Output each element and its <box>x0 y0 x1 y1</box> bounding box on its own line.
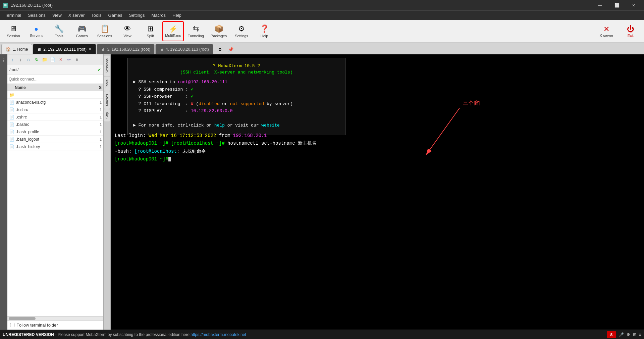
session2-tab-icon: 🖥 <box>37 47 41 52</box>
exit-button[interactable]: ⏻ Exit <box>620 21 641 41</box>
packages-button[interactable]: 📦 Packages <box>208 21 229 41</box>
list-item[interactable]: 📄 .bashrc 1 <box>7 121 103 128</box>
menu-terminal[interactable]: Terminal <box>1 11 24 19</box>
menu-help[interactable]: Help <box>169 11 185 19</box>
menu-settings[interactable]: Settings <box>126 11 148 19</box>
xserver-button[interactable]: ✕ X server <box>596 21 617 41</box>
close-button[interactable]: ✕ <box>626 0 641 11</box>
list-item[interactable]: 📄 .bash_profile 1 <box>7 128 103 136</box>
annotation-text: 三个窗口同步输入命令操作 <box>463 100 480 106</box>
fp-refresh-button[interactable]: ↻ <box>33 56 40 63</box>
file-icon: 📄 <box>9 122 15 128</box>
tab-session4[interactable]: 🖥 4. 192.168.20.113 (root) <box>155 44 213 54</box>
window-controls: — ⬜ ✕ <box>592 0 641 11</box>
sessions-button[interactable]: 📋 Sessions <box>94 21 115 41</box>
tab-bar: 🏠 1. Home 🖥 2. 192.168.20.111 (root) ✕ 🖥… <box>0 43 644 54</box>
file-col-size: S <box>93 85 103 90</box>
multiexec-button[interactable]: ⚡ MultiExec <box>162 21 184 41</box>
session4-tab-icon: 🖥 <box>160 47 164 52</box>
file-icon: 📄 <box>9 129 15 135</box>
view-button[interactable]: 👁 View <box>117 21 138 41</box>
tab2-close[interactable]: ✕ <box>89 47 92 51</box>
session-icon: 🖥 <box>10 25 17 33</box>
tools-icon: 🔧 <box>55 25 64 33</box>
status-icon-extra: ≡ <box>639 332 641 337</box>
tab-home-label: 1. Home <box>13 47 28 52</box>
tab-pin-btn[interactable]: 📌 <box>226 45 235 54</box>
quick-connect-area <box>7 75 103 84</box>
menu-tools[interactable]: Tools <box>88 11 105 19</box>
minimize-button[interactable]: — <box>592 0 608 11</box>
path-check-icon: ✔ <box>98 67 101 72</box>
maximize-button[interactable]: ⬜ <box>609 0 625 11</box>
fp-home-button[interactable]: ⌂ <box>25 56 32 63</box>
xserver-icon: ✕ <box>603 25 609 34</box>
popup-line2: ? SSH compression : ✔ <box>133 86 340 93</box>
menu-xserver[interactable]: X server <box>65 11 88 19</box>
tab-home[interactable]: 🏠 1. Home <box>1 44 32 54</box>
settings-button[interactable]: ⚙ Settings <box>231 21 252 41</box>
sftp-tab-label[interactable]: Sftp <box>104 109 110 122</box>
follow-terminal-area: Follow terminal folder <box>7 320 103 330</box>
list-item[interactable]: 📄 .bash_history 1 <box>7 143 103 150</box>
folder-icon: 📁 <box>9 92 15 98</box>
login-line: Last login: Wed Mar 16 17:12:53 2022 fro… <box>115 132 640 139</box>
tab-session4-label: 4. 192.168.20.113 (root) <box>166 47 209 52</box>
file-panel-toolbar: ↑ ↓ ⌂ ↻ 📁 📄 ✕ ✏ ℹ <box>7 54 103 65</box>
follow-terminal-checkbox[interactable] <box>10 323 14 327</box>
fp-delete-button[interactable]: ✕ <box>57 56 64 63</box>
fp-info-button[interactable]: ℹ <box>73 56 80 63</box>
split-button[interactable]: ⊞ Split <box>140 21 161 41</box>
tab-settings-btn[interactable]: ⚙ <box>215 45 225 54</box>
help-button[interactable]: ❓ Help <box>254 21 275 41</box>
popup-line5: ? DISPLAY : 10.129.82.63:0.0 <box>133 108 340 114</box>
session-button[interactable]: 🖥 Session <box>3 21 24 41</box>
tools-button[interactable]: 🔧 Tools <box>48 21 70 41</box>
quick-connect-input[interactable] <box>9 77 102 82</box>
fp-folder-button[interactable]: 📁 <box>41 56 48 63</box>
tunneling-button[interactable]: ⇆ Tunneling <box>185 21 207 41</box>
app-icon: 🖥 <box>3 3 8 8</box>
main-area: «» ↑ ↓ ⌂ ↻ 📁 📄 ✕ ✏ ℹ /root/ ✔ Name S <box>0 54 644 330</box>
fp-new-button[interactable]: 📄 <box>49 56 56 63</box>
session3-tab-icon: 🖥 <box>101 47 105 52</box>
games-button[interactable]: 🎮 Games <box>71 21 93 41</box>
scroll-thumb[interactable] <box>9 317 36 320</box>
menu-macros[interactable]: Macros <box>148 11 169 19</box>
menu-sessions[interactable]: Sessions <box>24 11 49 19</box>
left-sidebar-icons: «» <box>0 54 7 330</box>
cmd-line1: [root@hadoop001 ~]# [root@localhost ~]# … <box>115 140 640 147</box>
left-nav-icon[interactable]: «» <box>0 56 7 64</box>
list-item[interactable]: 📁 .. <box>7 91 103 99</box>
cmd-line3: [root@hadoop001 ~]# <box>115 155 640 163</box>
home-tab-icon: 🏠 <box>6 47 11 52</box>
list-item[interactable]: 📄 anaconda-ks.cfg 1 <box>7 99 103 106</box>
tab-session2[interactable]: 🖥 2. 192.168.20.111 (root) ✕ <box>33 44 96 54</box>
tools-tab-label[interactable]: Tools <box>104 77 110 91</box>
tab-session3[interactable]: 🖥 3. 192.168.20.112 (root) <box>97 44 155 54</box>
settings-icon: ⚙ <box>238 25 245 33</box>
status-bar-link[interactable]: https://mobaxterm.mobatek.net <box>191 332 246 337</box>
servers-button[interactable]: ● Servers <box>25 21 47 41</box>
terminal-content: Last login: Wed Mar 16 17:12:53 2022 fro… <box>115 132 640 163</box>
window-title: 192.168.20.111 (root) <box>11 3 592 8</box>
fp-edit-button[interactable]: ✏ <box>65 56 72 63</box>
games-icon: 🎮 <box>77 25 87 33</box>
menu-games[interactable]: Games <box>105 11 126 19</box>
menu-view[interactable]: View <box>49 11 65 19</box>
list-item[interactable]: 📄 .bash_logout 1 <box>7 136 103 143</box>
fp-up-button[interactable]: ↑ <box>9 56 16 63</box>
follow-terminal-label: Follow terminal folder <box>16 323 58 328</box>
file-panel-scrollbar[interactable] <box>7 316 103 320</box>
terminal-area[interactable]: ? MobaXterm 10.5 ? (SSH client, X-server… <box>111 54 644 330</box>
popup-line7: ► For more info, ctrl+click on help or v… <box>133 122 340 129</box>
toolbar: 🖥 Session ● Servers 🔧 Tools 🎮 Games 📋 Se… <box>0 20 644 43</box>
list-item[interactable]: 📄 .tcshrc 1 <box>7 106 103 113</box>
list-item[interactable]: 📄 .cshrc 1 <box>7 113 103 121</box>
macros-tab-label[interactable]: Macros <box>104 91 110 109</box>
file-col-name: Name <box>7 85 93 90</box>
fp-down-button[interactable]: ↓ <box>17 56 24 63</box>
status-icon-settings: ⚙ <box>627 332 630 337</box>
file-icon: 📄 <box>9 99 15 105</box>
sessions-tab-label[interactable]: Sessions <box>104 56 110 76</box>
